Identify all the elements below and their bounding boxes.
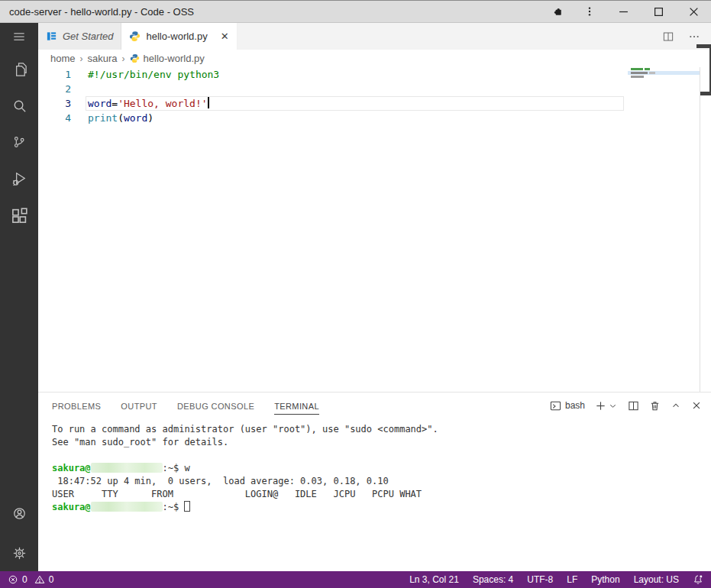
tab-label: hello-world.py [146, 31, 207, 42]
more-actions-kebab-icon[interactable] [574, 1, 606, 22]
minimap-line [649, 72, 655, 74]
sidebar-item-search[interactable] [0, 87, 38, 124]
close-window-button[interactable] [676, 1, 711, 22]
minimize-button[interactable] [606, 1, 641, 22]
split-terminal-icon[interactable] [628, 400, 639, 412]
notifications-bell-dot-icon[interactable] [693, 574, 703, 585]
search-icon [11, 97, 28, 115]
minimap-line [631, 72, 648, 74]
editor-line[interactable]: 2 [38, 82, 711, 96]
panel-tab-debug-console[interactable]: DEBUG CONSOLE [177, 397, 254, 415]
tab-hello-world-py[interactable]: hello-world.py ✕ [121, 23, 237, 50]
warning-count: 0 [49, 574, 54, 585]
terminal-dropdown-chevron-icon[interactable] [608, 401, 618, 411]
terminal-line: sakura@:~$ [52, 501, 711, 514]
status-item[interactable]: LF [567, 574, 577, 585]
source-control-branch-icon [11, 134, 27, 150]
editor-cursor [208, 97, 209, 108]
sidebar-item-source-control[interactable] [0, 124, 38, 160]
terminal-text: :~$ w [163, 463, 190, 473]
close-panel-icon[interactable] [691, 400, 702, 411]
python-icon [130, 53, 140, 63]
split-editor-icon[interactable] [662, 31, 674, 43]
extensions-icon [11, 207, 28, 225]
breadcrumb-item-home[interactable]: home [50, 53, 76, 64]
settings-gear-icon[interactable] [0, 535, 38, 571]
panel-header: PROBLEMSOUTPUTDEBUG CONSOLETERMINAL bash [38, 393, 711, 418]
status-item[interactable]: Spaces: 4 [473, 574, 513, 585]
shell-label: bash [565, 400, 585, 411]
person-circle-icon [11, 505, 28, 522]
editor-line[interactable]: 4print(word) [38, 111, 711, 125]
terminal-line: USER TTY FROM LOGIN@ IDLE JCPU PCPU WHAT [52, 488, 711, 501]
new-terminal-plus-icon[interactable] [595, 400, 606, 412]
close-icon [689, 7, 699, 17]
line-number: 4 [38, 111, 71, 125]
breadcrumb-separator: › [80, 53, 83, 64]
breadcrumb-item-file[interactable]: hello-world.py [130, 53, 205, 64]
terminal-text: 18:47:52 up 4 min, 0 users, load average… [52, 476, 389, 486]
minimap[interactable] [628, 67, 700, 159]
minimap-line [631, 76, 644, 78]
terminal-shell-picker[interactable]: bash [550, 400, 585, 412]
terminal-content[interactable]: To run a command as administrator (user … [38, 418, 711, 514]
status-items: Ln 3, Col 21Spaces: 4UTF-8LFPythonLayout… [409, 574, 679, 585]
breadcrumb-filename: hello-world.py [144, 53, 205, 64]
editor-line[interactable]: 3word='Hello, world!' [38, 96, 711, 111]
panel-tab-problems[interactable]: PROBLEMS [52, 397, 101, 415]
status-item[interactable]: Layout: US [634, 574, 679, 585]
code-token: word [88, 98, 111, 109]
python-icon [129, 31, 141, 42]
titlebar: code-server - hello-world.py - Code - OS… [0, 0, 711, 23]
menu-hamburger-icon[interactable] [0, 23, 38, 50]
maximize-button[interactable] [641, 1, 676, 22]
terminal-line [52, 449, 711, 462]
error-count: 0 [22, 574, 27, 585]
terminal-line: To run a command as administrator (user … [52, 423, 711, 436]
breadcrumb-item-sakura[interactable]: sakura [88, 53, 118, 64]
status-item[interactable]: Python [591, 574, 619, 585]
window-title: code-server - hello-world.py - Code - OS… [9, 6, 194, 18]
hamburger-icon [11, 29, 27, 44]
code-text: #!/usr/bin/env python3 [88, 67, 219, 82]
overview-ruler[interactable] [700, 67, 711, 392]
tab-get-started[interactable]: Get Started [38, 23, 121, 50]
line-number: 3 [38, 96, 71, 111]
maximize-panel-chevron-up-icon[interactable] [671, 400, 681, 411]
sidebar-item-explorer[interactable] [0, 50, 38, 87]
run-and-debug-icon [11, 170, 28, 188]
line-number: 2 [38, 82, 71, 96]
code-token: 'Hello, world!' [118, 98, 207, 109]
editor-line[interactable]: 1#!/usr/bin/env python3 [38, 67, 711, 82]
maximize-icon [654, 7, 664, 17]
problems-status[interactable]: 0 0 [8, 574, 53, 585]
panel-tab-output[interactable]: OUTPUT [121, 397, 157, 415]
more-editor-actions-icon[interactable] [688, 31, 700, 43]
redacted-hostname [91, 502, 163, 512]
errors-icon [8, 574, 18, 585]
terminal-text: See "man sudo_root" for details. [52, 437, 228, 447]
terminal-text: sakura@ [52, 463, 91, 473]
code-token: = [111, 98, 118, 109]
sidebar-item-extensions[interactable] [0, 197, 38, 234]
sidebar-item-run-debug[interactable] [0, 160, 38, 197]
status-item[interactable]: Ln 3, Col 21 [409, 574, 459, 585]
kebab-icon [583, 5, 596, 18]
terminal-text: USER TTY FROM LOGIN@ IDLE JCPU PCPU WHAT [52, 489, 422, 499]
terminal-line: 18:47:52 up 4 min, 0 users, load average… [52, 475, 711, 488]
code-text: print(word) [88, 111, 154, 125]
editor-lines: 1#!/usr/bin/env python323word='Hello, wo… [38, 67, 711, 125]
activity-bar [0, 23, 38, 571]
kill-terminal-trash-icon[interactable] [649, 400, 661, 412]
extensions-puzzle-icon[interactable] [541, 1, 574, 22]
line-number: 1 [38, 67, 71, 82]
terminal-text: sakura@ [52, 502, 91, 512]
files-icon [11, 60, 28, 78]
account-icon[interactable] [0, 495, 38, 531]
terminal-cursor [184, 501, 190, 512]
tab-close-icon[interactable]: ✕ [221, 31, 229, 41]
code-editor[interactable]: 1#!/usr/bin/env python323word='Hello, wo… [38, 67, 711, 392]
status-item[interactable]: UTF-8 [527, 574, 553, 585]
code-token: #!/usr/bin/env python3 [88, 69, 219, 80]
panel-tab-terminal[interactable]: TERMINAL [274, 397, 319, 415]
